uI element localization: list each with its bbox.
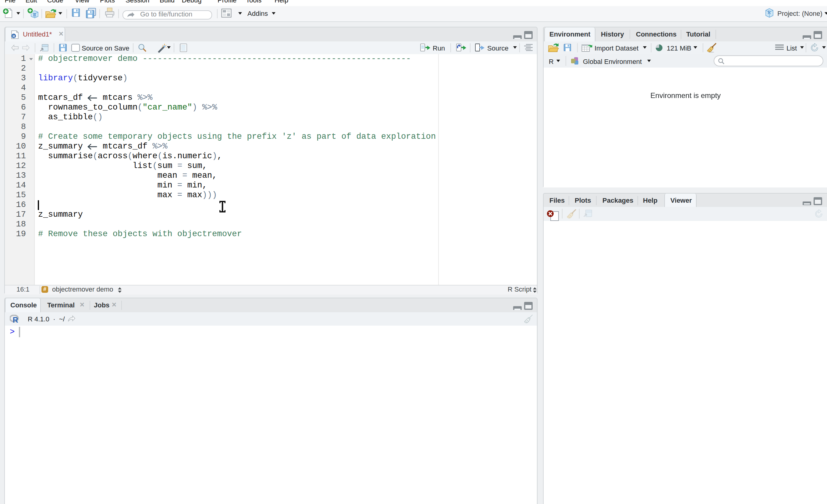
svg-text:R: R: [33, 11, 37, 17]
svg-text:R: R: [13, 315, 18, 323]
svg-text:R: R: [768, 10, 771, 15]
svg-text:R: R: [12, 35, 15, 38]
